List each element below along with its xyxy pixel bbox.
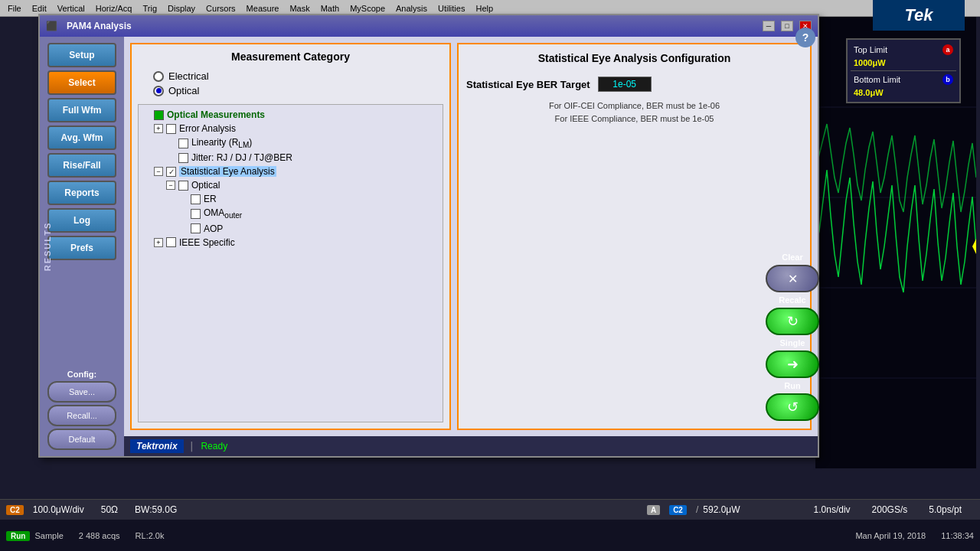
- top-limit-label: Top Limit: [854, 45, 887, 54]
- ch2-badge: C2: [6, 505, 24, 515]
- prefs-button[interactable]: Prefs: [47, 236, 116, 260]
- optical-radio-circle[interactable]: [153, 86, 164, 96]
- electrical-label: Electrical: [168, 70, 209, 82]
- jitter-checkbox[interactable]: [178, 153, 188, 163]
- ieee-checkbox[interactable]: [166, 237, 176, 247]
- optical-radio[interactable]: Optical: [153, 85, 443, 96]
- time-text: 11:38:34: [941, 531, 974, 540]
- reports-button[interactable]: Reports: [47, 181, 116, 205]
- optical-sub-checkbox[interactable]: [178, 181, 188, 191]
- rise-fall-button[interactable]: Rise/Fall: [47, 153, 116, 178]
- results-label: RESULTS: [43, 222, 52, 272]
- aop-checkbox[interactable]: [191, 223, 201, 233]
- restore-button[interactable]: □: [781, 21, 793, 31]
- dialog-statusbar: Tektronix │ Ready: [124, 436, 818, 456]
- recalc-icon: ↻: [787, 313, 799, 330]
- error-analysis-checkbox[interactable]: [166, 124, 176, 134]
- top-limit-badge: a: [942, 44, 953, 55]
- menu-item-utilities[interactable]: Utilities: [433, 3, 469, 14]
- optical-measurements-checkbox[interactable]: [154, 110, 164, 120]
- aop-item[interactable]: AOP: [142, 222, 439, 236]
- save-button[interactable]: Save...: [47, 381, 116, 403]
- menu-item-mask[interactable]: Mask: [285, 3, 314, 14]
- cursor-ch-badge: C2: [669, 505, 687, 515]
- menu-item-analysis[interactable]: Analysis: [391, 3, 432, 14]
- bottom-limit-label: Bottom Limit: [854, 75, 900, 84]
- measurement-panel-title: Measurement Category: [138, 51, 443, 63]
- oma-checkbox[interactable]: [191, 209, 201, 219]
- content-area: Measurement Category Electrical Optical: [124, 37, 818, 456]
- ber-row: Statistical Eye BER Target 1e-05: [466, 77, 802, 92]
- menu-item-cursors[interactable]: Cursors: [201, 3, 240, 14]
- statistical-eye-expander[interactable]: −: [154, 167, 163, 176]
- single-icon: ➜: [787, 356, 799, 373]
- menu-item-horiz/acq[interactable]: Horiz/Acq: [91, 3, 137, 14]
- statistical-eye-checkbox[interactable]: [166, 167, 176, 177]
- optical-measurements-item[interactable]: Optical Measurements: [142, 108, 439, 122]
- single-button[interactable]: ➜: [766, 350, 819, 378]
- impedance: 50Ω: [101, 504, 118, 515]
- clear-button[interactable]: ✕: [766, 265, 819, 292]
- menu-item-myscope[interactable]: MyScope: [345, 3, 390, 14]
- optical-sub-label: Optical: [191, 180, 220, 191]
- run-button[interactable]: ↺: [766, 393, 819, 421]
- bandwidth: BW:59.0G: [135, 504, 177, 515]
- status-text: Ready: [201, 441, 227, 452]
- oma-item[interactable]: OMAouter: [142, 206, 439, 221]
- error-analysis-expander[interactable]: +: [154, 124, 163, 133]
- optical-sub-expander[interactable]: −: [166, 181, 175, 190]
- electrical-radio-circle[interactable]: [153, 71, 164, 82]
- optical-label: Optical: [168, 85, 199, 96]
- setup-button[interactable]: Setup: [47, 43, 116, 67]
- menu-item-trig[interactable]: Trig: [138, 3, 162, 14]
- menu-item-help[interactable]: Help: [471, 3, 498, 14]
- recall-button[interactable]: Recall...: [47, 405, 116, 426]
- ber-label: Statistical Eye BER Target: [466, 79, 590, 90]
- er-item[interactable]: ER: [142, 192, 439, 206]
- ieee-expander[interactable]: +: [154, 238, 163, 247]
- jitter-item[interactable]: Jitter: RJ / DJ / TJ@BER: [142, 151, 439, 165]
- error-analysis-item[interactable]: + Error Analysis: [142, 122, 439, 135]
- bottom-limit-badge: b: [942, 74, 953, 85]
- aop-label: AOP: [204, 223, 223, 234]
- control-buttons-panel: Clear ✕ Recalc ↻ Single ➜ Run ↺: [766, 253, 819, 421]
- menu-item-math[interactable]: Math: [316, 3, 344, 14]
- recalc-button[interactable]: ↻: [766, 308, 819, 335]
- measurement-tree: Optical Measurements + Error Analysis: [138, 104, 443, 422]
- linearity-checkbox[interactable]: [178, 139, 188, 148]
- tek-logo-status: Tektronix: [130, 439, 184, 453]
- menu-item-measure[interactable]: Measure: [242, 3, 284, 14]
- ber-note-line2: For IEEE Compliance, BER must be 1e-05: [466, 112, 802, 126]
- radio-group: Electrical Optical: [153, 70, 443, 96]
- rl-text: RL:2.0k: [136, 531, 165, 540]
- bottom-limit-value: 48.0μW: [854, 88, 884, 97]
- menu-item-display[interactable]: Display: [163, 3, 200, 14]
- er-checkbox[interactable]: [191, 194, 201, 204]
- statistical-eye-item[interactable]: − Statistical Eye Analysis: [142, 165, 439, 178]
- electrical-radio[interactable]: Electrical: [153, 70, 443, 82]
- bottom-main: C2 100.0μW/div 50Ω BW:59.0G A C2 / 592.0…: [0, 500, 980, 520]
- default-button[interactable]: Default: [47, 429, 116, 450]
- ieee-item[interactable]: + IEEE Specific: [142, 236, 439, 249]
- full-wfm-button[interactable]: Full Wfm: [47, 98, 116, 122]
- ber-input[interactable]: 1e-05: [598, 77, 652, 92]
- single-label: Single: [779, 338, 805, 347]
- help-icon[interactable]: ?: [795, 28, 815, 47]
- run-label: Run: [784, 381, 800, 390]
- top-limit-value: 1000μW: [854, 58, 886, 67]
- menu-item-file[interactable]: File: [3, 3, 26, 14]
- log-button[interactable]: Log: [47, 208, 116, 233]
- select-button[interactable]: Select: [47, 70, 116, 95]
- time-div: 1.0ns/div: [814, 504, 851, 515]
- measurement-panel: Measurement Category Electrical Optical: [130, 43, 451, 430]
- jitter-label: Jitter: RJ / DJ / TJ@BER: [191, 152, 292, 163]
- avg-wfm-button[interactable]: Avg. Wfm: [47, 126, 116, 150]
- error-analysis-label: Error Analysis: [179, 123, 236, 134]
- linearity-item[interactable]: Linearity (RLM): [142, 135, 439, 151]
- menu-item-edit[interactable]: Edit: [28, 3, 51, 14]
- minimize-button[interactable]: ─: [763, 21, 775, 31]
- optical-sub-item[interactable]: − Optical: [142, 178, 439, 192]
- run-icon: ↺: [787, 399, 799, 416]
- menu-item-vertical[interactable]: Vertical: [53, 3, 90, 14]
- date-text: Man April 19, 2018: [855, 531, 926, 540]
